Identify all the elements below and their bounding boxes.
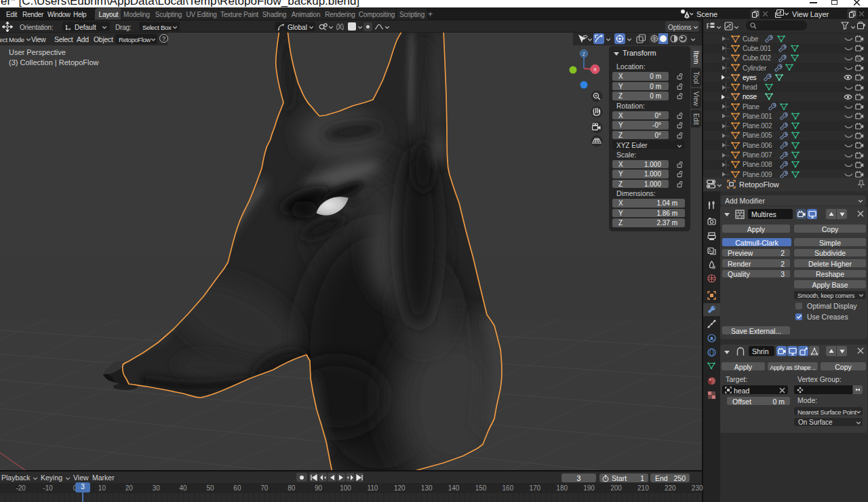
svg-text:X: X — [593, 66, 597, 73]
svg-text:Z: Z — [583, 52, 586, 56]
